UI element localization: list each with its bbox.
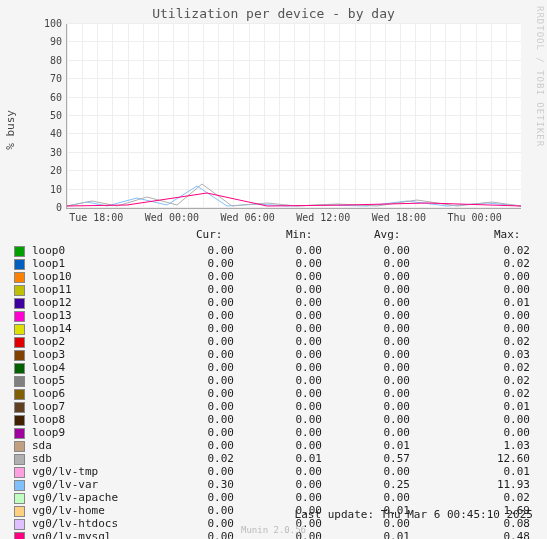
series-name: loop1 <box>32 257 65 270</box>
val-max: 0.02 <box>470 387 530 400</box>
val-min: 0.00 <box>262 270 322 283</box>
val-avg: 0.00 <box>350 283 410 296</box>
series-name: loop10 <box>32 270 72 283</box>
series-name: loop0 <box>32 244 65 257</box>
legend-swatch <box>14 493 25 504</box>
val-avg: 0.00 <box>350 400 410 413</box>
ytick: 10 <box>38 184 62 195</box>
val-max: 0.00 <box>470 322 530 335</box>
series-name: sda <box>32 439 52 452</box>
ytick: 30 <box>38 147 62 158</box>
val-max: 0.00 <box>470 270 530 283</box>
val-min: 0.00 <box>262 491 322 504</box>
val-avg: 0.00 <box>350 491 410 504</box>
val-min: 0.00 <box>262 296 322 309</box>
xtick: Wed 18:00 <box>372 212 426 223</box>
val-cur: 0.00 <box>174 283 234 296</box>
xtick: Wed 00:00 <box>145 212 199 223</box>
legend-swatch <box>14 415 25 426</box>
plot-area <box>66 24 521 209</box>
legend-row: vg0/lv-apache0.000.000.000.02 <box>14 491 534 504</box>
legend-row: loop70.000.000.000.01 <box>14 400 534 413</box>
val-avg: 0.00 <box>350 296 410 309</box>
val-min: 0.00 <box>262 413 322 426</box>
legend-swatch <box>14 337 25 348</box>
val-max: 0.02 <box>470 374 530 387</box>
series-name: loop13 <box>32 309 72 322</box>
ytick: 0 <box>38 202 62 213</box>
val-min: 0.00 <box>262 465 322 478</box>
val-avg: 0.00 <box>350 322 410 335</box>
xtick: Thu 00:00 <box>448 212 502 223</box>
val-cur: 0.02 <box>174 452 234 465</box>
legend: loop00.000.000.000.02loop10.000.000.000.… <box>14 244 534 539</box>
val-cur: 0.00 <box>174 413 234 426</box>
val-avg: 0.00 <box>350 335 410 348</box>
series-name: loop3 <box>32 348 65 361</box>
chart-title: Utilization per device - by day <box>0 6 547 21</box>
val-cur: 0.00 <box>174 257 234 270</box>
series-name: sdb <box>32 452 52 465</box>
series-name: vg0/lv-tmp <box>32 465 98 478</box>
val-max: 0.02 <box>470 335 530 348</box>
val-cur: 0.00 <box>174 400 234 413</box>
val-min: 0.00 <box>262 244 322 257</box>
legend-row: loop10.000.000.000.02 <box>14 257 534 270</box>
series-name: loop2 <box>32 335 65 348</box>
series-name: loop11 <box>32 283 72 296</box>
val-min: 0.00 <box>262 439 322 452</box>
header-avg: Avg: <box>374 228 401 241</box>
legend-swatch <box>14 480 25 491</box>
val-min: 0.00 <box>262 426 322 439</box>
legend-row: loop20.000.000.000.02 <box>14 335 534 348</box>
series-name: loop9 <box>32 426 65 439</box>
ytick: 40 <box>38 128 62 139</box>
val-min: 0.01 <box>262 452 322 465</box>
val-avg: 0.00 <box>350 374 410 387</box>
xtick: Wed 12:00 <box>296 212 350 223</box>
val-min: 0.00 <box>262 387 322 400</box>
val-max: 0.01 <box>470 465 530 478</box>
y-axis-label: % busy <box>4 110 17 150</box>
val-cur: 0.00 <box>174 465 234 478</box>
series-name: loop12 <box>32 296 72 309</box>
val-avg: 0.57 <box>350 452 410 465</box>
legend-row: loop110.000.000.000.00 <box>14 283 534 296</box>
legend-row: loop60.000.000.000.02 <box>14 387 534 400</box>
ytick: 90 <box>38 36 62 47</box>
series-name: loop4 <box>32 361 65 374</box>
ytick: 70 <box>38 73 62 84</box>
legend-swatch <box>14 350 25 361</box>
val-cur: 0.00 <box>174 504 234 517</box>
legend-swatch <box>14 376 25 387</box>
series-name: vg0/lv-home <box>32 504 105 517</box>
val-max: 0.02 <box>470 244 530 257</box>
val-cur: 0.00 <box>174 361 234 374</box>
legend-row: sda0.000.000.011.03 <box>14 439 534 452</box>
val-cur: 0.00 <box>174 322 234 335</box>
legend-swatch <box>14 363 25 374</box>
val-max: 0.02 <box>470 361 530 374</box>
legend-row: loop40.000.000.000.02 <box>14 361 534 374</box>
ytick: 80 <box>38 55 62 66</box>
val-cur: 0.00 <box>174 270 234 283</box>
series-name: loop6 <box>32 387 65 400</box>
val-max: 0.00 <box>470 413 530 426</box>
legend-swatch <box>14 441 25 452</box>
val-cur: 0.00 <box>174 309 234 322</box>
val-min: 0.00 <box>262 348 322 361</box>
series-name: vg0/lv-var <box>32 478 98 491</box>
val-cur: 0.00 <box>174 296 234 309</box>
val-max: 1.03 <box>470 439 530 452</box>
legend-swatch <box>14 428 25 439</box>
val-max: 0.01 <box>470 400 530 413</box>
watermark: RRDTOOL / TOBI OETIKER <box>535 6 545 147</box>
val-min: 0.00 <box>262 374 322 387</box>
val-avg: 0.00 <box>350 244 410 257</box>
val-max: 11.93 <box>470 478 530 491</box>
legend-row: loop130.000.000.000.00 <box>14 309 534 322</box>
series-name: vg0/lv-apache <box>32 491 118 504</box>
xtick: Tue 18:00 <box>69 212 123 223</box>
val-max: 0.01 <box>470 296 530 309</box>
val-min: 0.00 <box>262 478 322 491</box>
